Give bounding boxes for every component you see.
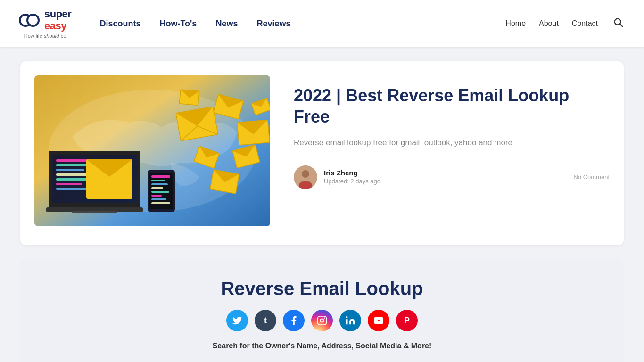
- nav-news[interactable]: News: [215, 19, 238, 29]
- social-icon-twitter[interactable]: [226, 310, 248, 331]
- nav-discounts[interactable]: Discounts: [99, 19, 140, 29]
- social-icon-tumblr[interactable]: t: [255, 310, 276, 331]
- lookup-description: Search for the Owner's Name, Address, So…: [34, 342, 610, 350]
- social-icon-facebook[interactable]: [283, 310, 305, 331]
- svg-point-45: [320, 319, 323, 322]
- svg-rect-14: [151, 175, 170, 178]
- svg-rect-21: [151, 202, 170, 204]
- nav-home[interactable]: Home: [505, 19, 526, 28]
- svg-rect-12: [72, 211, 117, 213]
- main-nav: Discounts How-To's News Reviews: [99, 19, 505, 29]
- author-details: Iris Zheng Updated: 2 days ago: [324, 169, 567, 185]
- logo-super-text: super: [44, 8, 71, 20]
- svg-rect-15: [151, 180, 165, 181]
- social-icon-linkedin[interactable]: [339, 310, 361, 331]
- site-logo[interactable]: super easy How life should be: [19, 8, 71, 38]
- social-icon-instagram[interactable]: [311, 310, 333, 331]
- illustration-svg: [34, 75, 270, 226]
- envelope-7: [210, 170, 239, 194]
- no-comment-label: No Comment: [573, 173, 610, 181]
- article-image: [34, 75, 270, 226]
- nav-howtos[interactable]: How-To's: [159, 19, 197, 29]
- lookup-section: Reverse Email Lookup t P: [20, 259, 624, 362]
- site-header: super easy How life should be Discounts …: [0, 0, 644, 47]
- logo-tagline: How life should be: [24, 33, 66, 39]
- svg-rect-16: [151, 183, 168, 185]
- author-name: Iris Zheng: [324, 169, 567, 177]
- lookup-title: Reverse Email Lookup: [34, 278, 610, 299]
- envelope-1: [176, 107, 218, 141]
- envelope-6: [179, 90, 199, 105]
- email-illustration: [34, 75, 270, 226]
- svg-rect-17: [151, 187, 163, 189]
- logo-circles-icon: [19, 14, 40, 27]
- svg-rect-20: [151, 198, 166, 200]
- svg-rect-44: [318, 316, 326, 325]
- nav-about[interactable]: About: [539, 19, 559, 28]
- article-info: 2022 | Best Reverse Email Lookup Free Re…: [294, 75, 610, 189]
- author-avatar-svg: [294, 165, 317, 189]
- search-icon: [613, 17, 623, 27]
- svg-point-47: [346, 316, 348, 318]
- article-subtitle: Reverse email lookup free for gmail, out…: [294, 137, 610, 149]
- page-content: 2022 | Best Reverse Email Lookup Free Re…: [0, 47, 644, 362]
- nav-reviews[interactable]: Reviews: [256, 19, 290, 29]
- nav-contact[interactable]: Contact: [572, 19, 598, 28]
- search-button[interactable]: [611, 15, 625, 32]
- article-card: 2022 | Best Reverse Email Lookup Free Re…: [20, 61, 624, 245]
- author-updated: Updated: 2 days ago: [324, 178, 380, 185]
- svg-rect-8: [56, 183, 82, 185]
- social-icons-row: t P: [34, 310, 610, 331]
- right-nav: Home About Contact: [505, 15, 625, 32]
- article-title: 2022 | Best Reverse Email Lookup Free: [294, 85, 610, 127]
- social-icon-pinterest[interactable]: P: [396, 310, 418, 331]
- social-icon-youtube[interactable]: [368, 310, 389, 331]
- svg-point-46: [324, 318, 325, 319]
- author-row: Iris Zheng Updated: 2 days ago No Commen…: [294, 165, 610, 189]
- author-avatar: [294, 165, 317, 189]
- envelope-3: [237, 120, 270, 145]
- logo-easy-text: easy: [44, 20, 66, 32]
- svg-line-1: [620, 24, 622, 26]
- svg-rect-19: [151, 195, 162, 197]
- svg-rect-18: [151, 191, 169, 193]
- svg-point-41: [302, 170, 309, 178]
- svg-rect-5: [56, 169, 84, 171]
